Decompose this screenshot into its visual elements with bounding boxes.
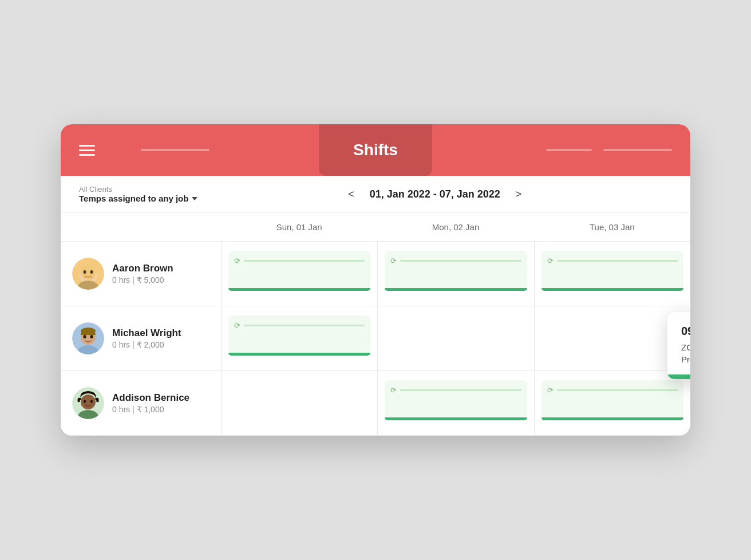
repeat-icon: ⟳ xyxy=(547,386,554,395)
tooltip-code: ZC3168 xyxy=(681,342,690,352)
header-decoration-left xyxy=(141,149,210,151)
svg-point-7 xyxy=(90,277,93,279)
shift-card-bar xyxy=(228,353,370,356)
all-clients-label: All Clients xyxy=(79,185,197,194)
shift-card-bar xyxy=(228,288,370,291)
michael-shift-mon[interactable] xyxy=(377,306,533,371)
svg-point-11 xyxy=(84,335,86,338)
shift-card-bar xyxy=(385,417,527,420)
day-header-mon: Mon, 02 Jan xyxy=(377,213,533,242)
tooltip-bar xyxy=(667,374,690,379)
shift-tooltip: 09:00 AM - 6:00 PM ZC3168 Product Manage… xyxy=(667,312,690,379)
header-empty-cell xyxy=(61,213,221,242)
app-container: Shifts All Clients Temps assigned to any… xyxy=(61,124,690,436)
header-decorations-right xyxy=(546,149,672,151)
prev-week-button[interactable]: < xyxy=(342,185,361,203)
chevron-down-icon xyxy=(192,197,197,200)
calendar-grid: Sun, 01 Jan Mon, 02 Jan Tue, 03 Jan xyxy=(61,213,690,436)
employee-meta-addison: 0 hrs | ₹ 1,000 xyxy=(112,405,189,414)
svg-point-15 xyxy=(81,395,96,409)
svg-point-12 xyxy=(90,335,93,338)
aaron-shift-mon[interactable]: ⟳ xyxy=(377,242,533,306)
day-header-tue: Tue, 03 Jan xyxy=(534,213,690,242)
tooltip-time: 09:00 AM - 6:00 PM xyxy=(681,325,690,338)
aaron-shift-sun[interactable]: ⟳ xyxy=(221,242,377,306)
header-line-2 xyxy=(603,149,672,151)
repeat-icon: ⟳ xyxy=(390,257,397,265)
shift-card-bar xyxy=(541,417,683,420)
filter-bar: All Clients Temps assigned to any job < … xyxy=(61,176,690,213)
shift-line xyxy=(400,260,521,262)
filter-left: All Clients Temps assigned to any job xyxy=(79,185,197,203)
svg-point-17 xyxy=(84,400,86,403)
shift-card-aaron-sun: ⟳ xyxy=(228,251,370,291)
menu-icon[interactable] xyxy=(79,145,95,156)
michael-shift-sun[interactable]: ⟳ xyxy=(221,306,377,371)
employee-info-michael: Michael Wright 0 hrs | ₹ 2,000 xyxy=(61,306,221,371)
tooltip-role: Product Manager xyxy=(681,354,690,364)
date-range: 01, Jan 2022 - 07, Jan 2022 xyxy=(370,188,500,200)
employee-details-addison: Addison Bernice 0 hrs | ₹ 1,000 xyxy=(112,392,189,414)
avatar-aaron xyxy=(72,258,104,290)
michael-shift-tue[interactable]: 09:00 AM - 6:00 PM ZC3168 Product Manage… xyxy=(534,306,690,371)
addison-shift-mon[interactable]: ⟳ xyxy=(377,371,533,436)
repeat-icon: ⟳ xyxy=(234,321,240,330)
aaron-shift-tue[interactable]: ⟳ xyxy=(534,242,690,306)
employee-meta-aaron: 0 hrs | ₹ 5,000 xyxy=(112,275,173,285)
svg-point-6 xyxy=(83,277,86,279)
next-week-button[interactable]: > xyxy=(509,185,528,203)
employee-name-michael: Michael Wright xyxy=(112,328,181,339)
day-header-sun: Sun, 01 Jan xyxy=(221,213,377,242)
shift-line xyxy=(400,389,521,391)
employee-info-addison: Addison Bernice 0 hrs | ₹ 1,000 xyxy=(61,371,221,436)
employee-meta-michael: 0 hrs | ₹ 2,000 xyxy=(112,340,181,349)
svg-point-4 xyxy=(84,270,86,274)
filter-dropdown-label: Temps assigned to any job xyxy=(79,194,188,203)
employee-info-aaron: Aaron Brown 0 hrs | ₹ 5,000 xyxy=(61,242,221,306)
shift-card-addison-tue: ⟳ xyxy=(541,380,683,420)
header-title: Shifts xyxy=(319,124,432,176)
svg-point-18 xyxy=(90,400,93,403)
svg-point-3 xyxy=(81,265,96,280)
avatar-michael xyxy=(72,322,104,354)
addison-shift-tue[interactable]: ⟳ xyxy=(534,371,690,436)
repeat-icon: ⟳ xyxy=(390,386,397,395)
shift-card-bar xyxy=(541,288,683,291)
employee-details-aaron: Aaron Brown 0 hrs | ₹ 5,000 xyxy=(112,263,173,285)
repeat-icon: ⟳ xyxy=(547,257,554,265)
shift-card-aaron-tue: ⟳ xyxy=(541,251,683,291)
shift-line xyxy=(557,260,678,262)
shift-line xyxy=(244,325,365,326)
employee-name-addison: Addison Bernice xyxy=(112,392,189,404)
avatar-addison xyxy=(72,387,104,419)
header: Shifts xyxy=(61,124,690,176)
header-line-1 xyxy=(546,149,592,151)
date-nav: < 01, Jan 2022 - 07, Jan 2022 > xyxy=(342,185,528,203)
shift-line xyxy=(244,260,365,262)
svg-point-5 xyxy=(90,270,93,274)
addison-shift-sun[interactable] xyxy=(221,371,377,436)
repeat-icon: ⟳ xyxy=(234,257,240,265)
shift-card-bar xyxy=(385,288,527,291)
employee-name-aaron: Aaron Brown xyxy=(112,263,173,274)
shift-card-addison-mon: ⟳ xyxy=(385,380,527,420)
shift-card-michael-sun: ⟳ xyxy=(228,316,370,356)
shift-card-aaron-mon: ⟳ xyxy=(385,251,527,291)
filter-dropdown[interactable]: Temps assigned to any job xyxy=(79,194,197,203)
shift-line xyxy=(557,389,678,391)
employee-details-michael: Michael Wright 0 hrs | ₹ 2,000 xyxy=(112,328,181,349)
